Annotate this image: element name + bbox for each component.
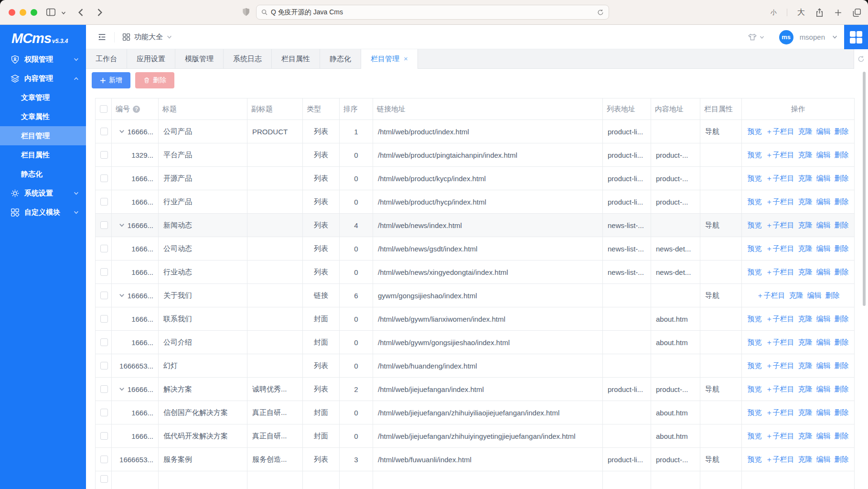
action-link[interactable]: ＋子栏目 <box>766 197 794 206</box>
share-icon[interactable] <box>815 8 824 17</box>
action-link[interactable]: 删除 <box>835 432 849 440</box>
action-link[interactable]: 克隆 <box>798 385 813 393</box>
action-link[interactable]: 克隆 <box>789 291 804 299</box>
action-link[interactable]: 克隆 <box>798 361 813 369</box>
action-link[interactable]: 编辑 <box>816 385 831 393</box>
sidebar-item[interactable]: 栏目属性 <box>0 145 86 164</box>
action-link[interactable]: 删除 <box>835 268 849 276</box>
action-link[interactable]: ＋子栏目 <box>757 291 785 299</box>
tab-close-icon[interactable]: × <box>404 54 408 63</box>
action-link[interactable]: 克隆 <box>798 244 813 252</box>
row-checkbox[interactable] <box>100 221 108 229</box>
action-link[interactable]: 克隆 <box>798 315 813 323</box>
row-checkbox[interactable] <box>100 432 108 440</box>
action-link[interactable]: 克隆 <box>798 127 813 135</box>
add-button[interactable]: 新增 <box>92 72 130 88</box>
action-link[interactable]: 编辑 <box>816 361 831 369</box>
row-checkbox[interactable] <box>100 128 108 135</box>
tab-overview-icon[interactable] <box>852 8 861 17</box>
back-button[interactable] <box>76 8 86 17</box>
action-link[interactable]: 克隆 <box>798 432 813 440</box>
chevron-down-icon[interactable] <box>61 11 66 15</box>
action-link[interactable]: 编辑 <box>807 291 822 299</box>
tab-item[interactable]: 模版管理 <box>175 49 224 69</box>
action-link[interactable]: 编辑 <box>816 174 831 182</box>
action-link[interactable]: 编辑 <box>816 244 831 252</box>
action-link[interactable]: 预览 <box>748 455 762 463</box>
feature-menu[interactable]: 功能大全 <box>122 33 172 42</box>
apps-grid-button[interactable] <box>844 25 868 49</box>
action-link[interactable]: 删除 <box>835 174 849 182</box>
action-link[interactable]: 删除 <box>835 315 849 323</box>
delete-button[interactable]: 删除 <box>135 72 174 88</box>
action-link[interactable]: ＋子栏目 <box>766 221 794 229</box>
action-link[interactable]: 克隆 <box>798 408 813 416</box>
action-link[interactable]: ＋子栏目 <box>766 408 794 416</box>
sidebar-item[interactable]: 栏目管理 <box>0 126 86 145</box>
help-icon[interactable]: ? <box>133 106 140 113</box>
sidebar-toggle-icon[interactable] <box>46 7 56 17</box>
user-menu-chevron-icon[interactable] <box>832 34 837 40</box>
expand-chevron-icon[interactable] <box>119 129 125 134</box>
sidebar-group[interactable]: 系统设置 <box>0 184 86 203</box>
action-link[interactable]: ＋子栏目 <box>766 338 794 346</box>
action-link[interactable]: 删除 <box>835 385 849 393</box>
action-link[interactable]: 预览 <box>748 432 762 440</box>
sidebar-item[interactable]: 静态化 <box>0 164 86 184</box>
action-link[interactable]: ＋子栏目 <box>766 244 794 252</box>
select-all-checkbox[interactable] <box>100 105 107 113</box>
action-link[interactable]: 克隆 <box>798 268 813 276</box>
action-link[interactable]: 编辑 <box>816 432 831 440</box>
action-link[interactable]: 克隆 <box>798 455 813 463</box>
action-link[interactable]: ＋子栏目 <box>766 432 794 440</box>
action-link[interactable]: 删除 <box>835 338 849 346</box>
action-link[interactable]: 预览 <box>748 244 762 252</box>
row-checkbox[interactable] <box>100 268 108 276</box>
action-link[interactable]: 预览 <box>748 174 762 182</box>
action-link[interactable]: ＋子栏目 <box>766 455 794 463</box>
action-link[interactable]: 克隆 <box>798 338 813 346</box>
action-link[interactable]: 克隆 <box>798 221 813 229</box>
action-link[interactable]: ＋子栏目 <box>766 127 794 135</box>
text-larger-button[interactable]: 大 <box>797 8 805 18</box>
action-link[interactable]: 删除 <box>835 455 849 463</box>
action-link[interactable]: ＋子栏目 <box>766 361 794 369</box>
expand-chevron-icon[interactable] <box>119 386 125 392</box>
action-link[interactable]: 编辑 <box>816 221 831 229</box>
address-bar[interactable]: Q 免疫开源的 Java Cms <box>256 5 609 20</box>
action-link[interactable]: 删除 <box>835 408 849 416</box>
row-checkbox[interactable] <box>100 315 108 323</box>
action-link[interactable]: 删除 <box>835 127 849 135</box>
action-link[interactable]: ＋子栏目 <box>766 315 794 323</box>
action-link[interactable]: 编辑 <box>816 408 831 416</box>
tab-item[interactable]: 应用设置 <box>127 49 175 69</box>
row-checkbox[interactable] <box>100 245 108 252</box>
action-link[interactable]: ＋子栏目 <box>766 151 794 159</box>
action-link[interactable]: 预览 <box>748 151 762 159</box>
action-link[interactable]: 删除 <box>825 291 840 299</box>
action-link[interactable]: 编辑 <box>816 315 831 323</box>
action-link[interactable]: 删除 <box>835 197 849 206</box>
refresh-tab-button[interactable] <box>854 49 868 69</box>
row-checkbox[interactable] <box>100 174 108 182</box>
action-link[interactable]: 预览 <box>748 268 762 276</box>
action-link[interactable]: 预览 <box>748 315 762 323</box>
action-link[interactable]: 编辑 <box>816 268 831 276</box>
row-checkbox[interactable] <box>100 475 108 483</box>
action-link[interactable]: 删除 <box>835 221 849 229</box>
action-link[interactable]: 预览 <box>748 408 762 416</box>
action-link[interactable]: ＋子栏目 <box>766 174 794 182</box>
action-link[interactable]: 预览 <box>748 127 762 135</box>
row-checkbox[interactable] <box>100 198 108 206</box>
sidebar-group[interactable]: 内容管理 <box>0 69 86 88</box>
action-link[interactable]: 克隆 <box>798 197 813 206</box>
action-link[interactable]: 删除 <box>835 244 849 252</box>
sidebar-group[interactable]: 自定义模块 <box>0 203 86 222</box>
expand-chevron-icon[interactable] <box>119 293 125 298</box>
row-checkbox[interactable] <box>100 362 108 369</box>
avatar[interactable]: ms <box>779 30 793 44</box>
action-link[interactable]: 预览 <box>748 221 762 229</box>
row-checkbox[interactable] <box>100 456 108 463</box>
sidebar-item[interactable]: 文章属性 <box>0 107 86 126</box>
row-checkbox[interactable] <box>100 292 108 299</box>
